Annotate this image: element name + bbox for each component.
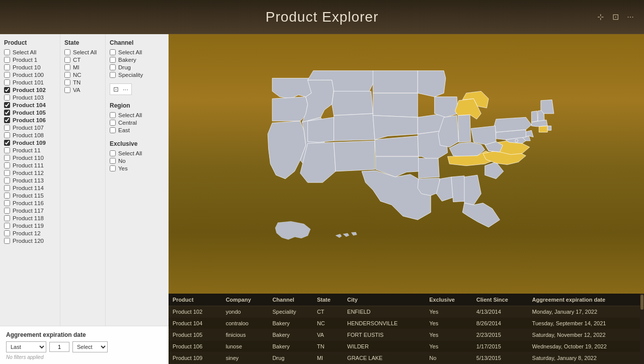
state-IN[interactable] [458, 115, 470, 142]
filter-item-product-product-115[interactable]: Product 115 [4, 193, 56, 199]
checkbox-product-product-112[interactable] [4, 170, 10, 176]
checkbox-product-product-109[interactable] [4, 140, 10, 146]
expand-icon[interactable]: ⊡ [610, 12, 621, 23]
filter-item-product-product-112[interactable]: Product 112 [4, 170, 56, 176]
checkbox-product-product-107[interactable] [4, 125, 10, 131]
filter-item-product-product-116[interactable]: Product 116 [4, 200, 56, 206]
state-SC[interactable] [485, 162, 503, 178]
checkbox-product-product-113[interactable] [4, 177, 10, 184]
table-row[interactable]: Product 106lunoseBakeryTNWILDERYes1/17/2… [169, 341, 644, 352]
state-CT[interactable] [539, 126, 547, 132]
filter-item-product-product-102[interactable]: Product 102 [4, 87, 56, 93]
checkbox-product-product-103[interactable] [4, 95, 10, 101]
checkbox-product-product-116[interactable] [4, 200, 10, 206]
state-HI[interactable] [336, 234, 342, 237]
popup-more-icon[interactable]: ··· [123, 85, 128, 93]
filter-item-state-ct[interactable]: CT [64, 57, 101, 63]
filter-item-channel-speciality[interactable]: Speciality [110, 72, 154, 78]
filter-item-product-product-110[interactable]: Product 110 [4, 155, 56, 161]
filter-item-region-central[interactable]: Central [110, 120, 154, 126]
filter-item-channel-bakery[interactable]: Bakery [110, 57, 154, 63]
filter-item-state-mi[interactable]: MI [64, 64, 101, 70]
filter-item-state-select all[interactable]: Select All [64, 49, 101, 55]
checkbox-product-product-102[interactable] [4, 87, 10, 93]
checkbox-product-product-114[interactable] [4, 185, 10, 191]
table-row[interactable]: Product 104contralooBakeryNCHENDERSONVIL… [169, 318, 644, 329]
filter-item-product-product-106[interactable]: Product 106 [4, 117, 56, 123]
checkbox-product-product-111[interactable] [4, 162, 10, 168]
state-AL[interactable] [451, 176, 466, 202]
checkbox-product-product-12[interactable] [4, 230, 10, 236]
state-ND[interactable] [373, 71, 418, 93]
checkbox-product-product-10[interactable] [4, 64, 10, 70]
date-filter-select2[interactable]: Select Days Months Years [72, 341, 108, 352]
checkbox-product-product-117[interactable] [4, 208, 10, 214]
filter-item-exclusive-no[interactable]: No [110, 158, 154, 164]
state-ME[interactable] [540, 100, 553, 113]
checkbox-product-product-105[interactable] [4, 110, 10, 116]
filter-item-product-product-117[interactable]: Product 117 [4, 208, 56, 214]
state-OR[interactable] [272, 97, 307, 121]
state-HI3[interactable] [351, 232, 357, 236]
state-AR[interactable] [418, 158, 439, 178]
filter-item-product-product-103[interactable]: Product 103 [4, 95, 56, 101]
table-row[interactable]: Product 102yondoSpecialityCTENFIELDYes4/… [169, 306, 644, 318]
filter-item-product-product-119[interactable]: Product 119 [4, 223, 56, 229]
checkbox-product-product-108[interactable] [4, 132, 10, 138]
checkbox-product-product-104[interactable] [4, 102, 10, 108]
checkbox-product-product-115[interactable] [4, 193, 10, 199]
state-WA[interactable] [272, 78, 313, 99]
filter-item-product-product-12[interactable]: Product 12 [4, 230, 56, 236]
filter-item-product-product-10[interactable]: Product 10 [4, 64, 56, 70]
filter-item-product-product-104[interactable]: Product 104 [4, 102, 56, 108]
state-WY[interactable] [332, 91, 373, 115]
state-SD[interactable] [373, 93, 418, 117]
checkbox-product-product-1[interactable] [4, 57, 10, 63]
filter-item-product-product-101[interactable]: Product 101 [4, 79, 56, 85]
filter-item-state-nc[interactable]: NC [64, 72, 101, 78]
filter-item-product-select-all[interactable]: Select All [4, 49, 56, 55]
state-AK[interactable] [275, 221, 310, 239]
filter-item-product-product-107[interactable]: Product 107 [4, 125, 56, 131]
state-VT[interactable] [531, 111, 538, 122]
checkbox-product-product-119[interactable] [4, 223, 10, 229]
state-CO[interactable] [334, 114, 375, 141]
filter-item-product-product-113[interactable]: Product 113 [4, 177, 56, 184]
filter-item-product-product-111[interactable]: Product 111 [4, 162, 56, 168]
filter-item-product-product-118[interactable]: Product 118 [4, 215, 56, 221]
filter-item-channel-drug[interactable]: Drug [110, 64, 154, 70]
state-WI[interactable] [434, 97, 458, 118]
table-row[interactable]: Product 109sineyDrugMIGRACE LAKENo5/13/2… [169, 352, 644, 364]
checkbox-product-product-101[interactable] [4, 79, 10, 85]
state-NM[interactable] [334, 141, 375, 171]
filter-item-exclusive-select all[interactable]: Select All [110, 150, 154, 156]
filter-item-product-product-120[interactable]: Product 120 [4, 238, 56, 244]
filter-item-state-tn[interactable]: TN [64, 79, 101, 85]
filter-item-product-product-114[interactable]: Product 114 [4, 185, 56, 191]
filter-item-product-product-11[interactable]: Product 11 [4, 147, 56, 153]
checkbox-product-product-106[interactable] [4, 117, 10, 123]
state-RI[interactable] [547, 126, 551, 130]
filter-item-region-east[interactable]: East [110, 127, 154, 133]
state-UT[interactable] [307, 117, 334, 142]
state-OH[interactable] [471, 126, 496, 144]
filter-item-region-select all[interactable]: Select All [110, 112, 154, 118]
date-filter-select1[interactable]: Last Next Before After [6, 341, 46, 352]
state-DC[interactable] [515, 139, 518, 142]
filter-item-product-product-1[interactable]: Product 1 [4, 57, 56, 63]
state-GA[interactable] [464, 175, 480, 205]
checkbox-product-select-all[interactable] [4, 49, 10, 55]
checkbox-product-product-118[interactable] [4, 215, 10, 221]
checkbox-product-product-11[interactable] [4, 147, 10, 153]
filter-item-state-va[interactable]: VA [64, 87, 101, 93]
state-CA[interactable] [268, 121, 306, 179]
table-scrollbar[interactable] [640, 294, 644, 364]
filter-item-product-product-105[interactable]: Product 105 [4, 110, 56, 116]
state-NE[interactable] [373, 116, 418, 140]
state-HI2[interactable] [343, 233, 349, 237]
checkbox-product-product-120[interactable] [4, 238, 10, 244]
filter-item-product-product-109[interactable]: Product 109 [4, 140, 56, 146]
date-filter-input[interactable] [49, 342, 69, 352]
checkbox-product-product-100[interactable] [4, 72, 10, 78]
filter-item-channel-select all[interactable]: Select All [110, 49, 154, 55]
